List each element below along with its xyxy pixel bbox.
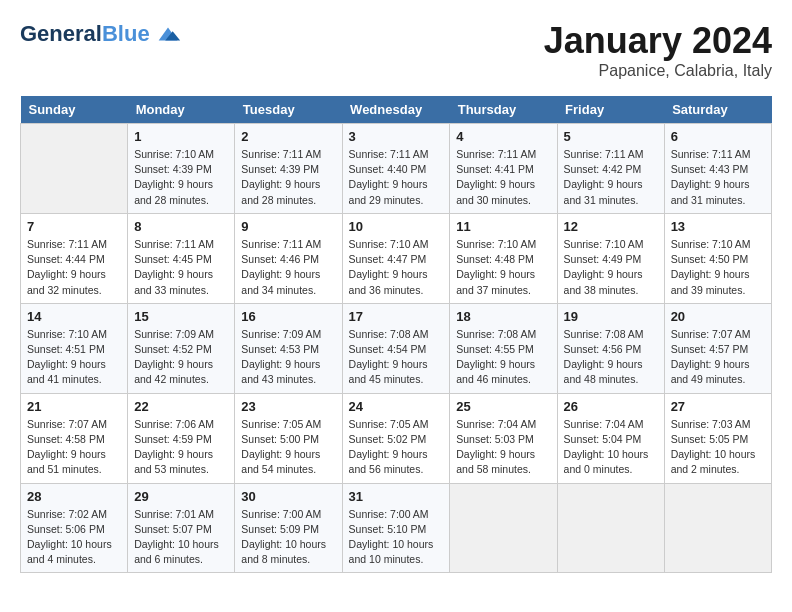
calendar-cell bbox=[557, 483, 664, 573]
calendar-cell: 26 Sunrise: 7:04 AMSunset: 5:04 PMDaylig… bbox=[557, 393, 664, 483]
calendar-cell bbox=[21, 124, 128, 214]
day-info: Sunrise: 7:04 AMSunset: 5:04 PMDaylight:… bbox=[564, 417, 658, 478]
weekday-header: Saturday bbox=[664, 96, 771, 124]
calendar-cell: 3 Sunrise: 7:11 AMSunset: 4:40 PMDayligh… bbox=[342, 124, 450, 214]
calendar-cell: 28 Sunrise: 7:02 AMSunset: 5:06 PMDaylig… bbox=[21, 483, 128, 573]
calendar-cell: 14 Sunrise: 7:10 AMSunset: 4:51 PMDaylig… bbox=[21, 303, 128, 393]
day-info: Sunrise: 7:11 AMSunset: 4:44 PMDaylight:… bbox=[27, 237, 121, 298]
calendar-cell: 20 Sunrise: 7:07 AMSunset: 4:57 PMDaylig… bbox=[664, 303, 771, 393]
day-number: 25 bbox=[456, 399, 550, 414]
day-info: Sunrise: 7:10 AMSunset: 4:47 PMDaylight:… bbox=[349, 237, 444, 298]
calendar-cell: 27 Sunrise: 7:03 AMSunset: 5:05 PMDaylig… bbox=[664, 393, 771, 483]
day-number: 26 bbox=[564, 399, 658, 414]
day-info: Sunrise: 7:03 AMSunset: 5:05 PMDaylight:… bbox=[671, 417, 765, 478]
calendar-cell: 13 Sunrise: 7:10 AMSunset: 4:50 PMDaylig… bbox=[664, 213, 771, 303]
weekday-header: Friday bbox=[557, 96, 664, 124]
day-number: 11 bbox=[456, 219, 550, 234]
day-number: 24 bbox=[349, 399, 444, 414]
day-number: 21 bbox=[27, 399, 121, 414]
calendar-cell: 12 Sunrise: 7:10 AMSunset: 4:49 PMDaylig… bbox=[557, 213, 664, 303]
weekday-header: Sunday bbox=[21, 96, 128, 124]
calendar-cell: 4 Sunrise: 7:11 AMSunset: 4:41 PMDayligh… bbox=[450, 124, 557, 214]
day-number: 29 bbox=[134, 489, 228, 504]
day-info: Sunrise: 7:07 AMSunset: 4:57 PMDaylight:… bbox=[671, 327, 765, 388]
calendar-cell: 18 Sunrise: 7:08 AMSunset: 4:55 PMDaylig… bbox=[450, 303, 557, 393]
day-info: Sunrise: 7:10 AMSunset: 4:50 PMDaylight:… bbox=[671, 237, 765, 298]
day-number: 23 bbox=[241, 399, 335, 414]
calendar-cell: 31 Sunrise: 7:00 AMSunset: 5:10 PMDaylig… bbox=[342, 483, 450, 573]
day-number: 2 bbox=[241, 129, 335, 144]
day-number: 31 bbox=[349, 489, 444, 504]
calendar-cell bbox=[664, 483, 771, 573]
day-number: 10 bbox=[349, 219, 444, 234]
day-number: 28 bbox=[27, 489, 121, 504]
weekday-header: Thursday bbox=[450, 96, 557, 124]
calendar-cell: 9 Sunrise: 7:11 AMSunset: 4:46 PMDayligh… bbox=[235, 213, 342, 303]
day-number: 14 bbox=[27, 309, 121, 324]
day-info: Sunrise: 7:05 AMSunset: 5:00 PMDaylight:… bbox=[241, 417, 335, 478]
location-subtitle: Papanice, Calabria, Italy bbox=[544, 62, 772, 80]
weekday-header: Tuesday bbox=[235, 96, 342, 124]
day-info: Sunrise: 7:09 AMSunset: 4:52 PMDaylight:… bbox=[134, 327, 228, 388]
page-header: GeneralBlue January 2024 Papanice, Calab… bbox=[20, 20, 772, 80]
day-number: 3 bbox=[349, 129, 444, 144]
day-info: Sunrise: 7:10 AMSunset: 4:39 PMDaylight:… bbox=[134, 147, 228, 208]
calendar-cell: 7 Sunrise: 7:11 AMSunset: 4:44 PMDayligh… bbox=[21, 213, 128, 303]
day-number: 19 bbox=[564, 309, 658, 324]
day-info: Sunrise: 7:11 AMSunset: 4:46 PMDaylight:… bbox=[241, 237, 335, 298]
day-info: Sunrise: 7:11 AMSunset: 4:45 PMDaylight:… bbox=[134, 237, 228, 298]
calendar-cell: 19 Sunrise: 7:08 AMSunset: 4:56 PMDaylig… bbox=[557, 303, 664, 393]
day-info: Sunrise: 7:11 AMSunset: 4:40 PMDaylight:… bbox=[349, 147, 444, 208]
day-info: Sunrise: 7:08 AMSunset: 4:54 PMDaylight:… bbox=[349, 327, 444, 388]
day-number: 30 bbox=[241, 489, 335, 504]
day-info: Sunrise: 7:10 AMSunset: 4:51 PMDaylight:… bbox=[27, 327, 121, 388]
day-number: 20 bbox=[671, 309, 765, 324]
day-info: Sunrise: 7:11 AMSunset: 4:41 PMDaylight:… bbox=[456, 147, 550, 208]
calendar-cell: 2 Sunrise: 7:11 AMSunset: 4:39 PMDayligh… bbox=[235, 124, 342, 214]
day-info: Sunrise: 7:07 AMSunset: 4:58 PMDaylight:… bbox=[27, 417, 121, 478]
title-block: January 2024 Papanice, Calabria, Italy bbox=[544, 20, 772, 80]
calendar-cell: 1 Sunrise: 7:10 AMSunset: 4:39 PMDayligh… bbox=[128, 124, 235, 214]
day-number: 8 bbox=[134, 219, 228, 234]
day-info: Sunrise: 7:04 AMSunset: 5:03 PMDaylight:… bbox=[456, 417, 550, 478]
calendar-cell: 23 Sunrise: 7:05 AMSunset: 5:00 PMDaylig… bbox=[235, 393, 342, 483]
month-title: January 2024 bbox=[544, 20, 772, 62]
calendar-cell: 21 Sunrise: 7:07 AMSunset: 4:58 PMDaylig… bbox=[21, 393, 128, 483]
weekday-header: Wednesday bbox=[342, 96, 450, 124]
logo-text: GeneralBlue bbox=[20, 22, 150, 46]
day-number: 16 bbox=[241, 309, 335, 324]
day-number: 7 bbox=[27, 219, 121, 234]
calendar-cell: 15 Sunrise: 7:09 AMSunset: 4:52 PMDaylig… bbox=[128, 303, 235, 393]
day-number: 15 bbox=[134, 309, 228, 324]
day-number: 18 bbox=[456, 309, 550, 324]
calendar-cell: 24 Sunrise: 7:05 AMSunset: 5:02 PMDaylig… bbox=[342, 393, 450, 483]
day-number: 6 bbox=[671, 129, 765, 144]
calendar-cell: 6 Sunrise: 7:11 AMSunset: 4:43 PMDayligh… bbox=[664, 124, 771, 214]
calendar-cell: 22 Sunrise: 7:06 AMSunset: 4:59 PMDaylig… bbox=[128, 393, 235, 483]
day-number: 12 bbox=[564, 219, 658, 234]
day-number: 22 bbox=[134, 399, 228, 414]
day-number: 17 bbox=[349, 309, 444, 324]
logo: GeneralBlue bbox=[20, 20, 182, 48]
day-info: Sunrise: 7:01 AMSunset: 5:07 PMDaylight:… bbox=[134, 507, 228, 568]
calendar-table: SundayMondayTuesdayWednesdayThursdayFrid… bbox=[20, 96, 772, 573]
day-info: Sunrise: 7:05 AMSunset: 5:02 PMDaylight:… bbox=[349, 417, 444, 478]
calendar-cell: 10 Sunrise: 7:10 AMSunset: 4:47 PMDaylig… bbox=[342, 213, 450, 303]
calendar-cell: 30 Sunrise: 7:00 AMSunset: 5:09 PMDaylig… bbox=[235, 483, 342, 573]
calendar-cell bbox=[450, 483, 557, 573]
day-info: Sunrise: 7:08 AMSunset: 4:56 PMDaylight:… bbox=[564, 327, 658, 388]
day-info: Sunrise: 7:10 AMSunset: 4:48 PMDaylight:… bbox=[456, 237, 550, 298]
calendar-cell: 11 Sunrise: 7:10 AMSunset: 4:48 PMDaylig… bbox=[450, 213, 557, 303]
day-info: Sunrise: 7:08 AMSunset: 4:55 PMDaylight:… bbox=[456, 327, 550, 388]
logo-icon bbox=[154, 20, 182, 48]
day-number: 1 bbox=[134, 129, 228, 144]
day-info: Sunrise: 7:10 AMSunset: 4:49 PMDaylight:… bbox=[564, 237, 658, 298]
calendar-cell: 5 Sunrise: 7:11 AMSunset: 4:42 PMDayligh… bbox=[557, 124, 664, 214]
weekday-header: Monday bbox=[128, 96, 235, 124]
calendar-cell: 17 Sunrise: 7:08 AMSunset: 4:54 PMDaylig… bbox=[342, 303, 450, 393]
day-info: Sunrise: 7:11 AMSunset: 4:43 PMDaylight:… bbox=[671, 147, 765, 208]
day-info: Sunrise: 7:11 AMSunset: 4:39 PMDaylight:… bbox=[241, 147, 335, 208]
day-info: Sunrise: 7:11 AMSunset: 4:42 PMDaylight:… bbox=[564, 147, 658, 208]
day-info: Sunrise: 7:02 AMSunset: 5:06 PMDaylight:… bbox=[27, 507, 121, 568]
calendar-cell: 29 Sunrise: 7:01 AMSunset: 5:07 PMDaylig… bbox=[128, 483, 235, 573]
